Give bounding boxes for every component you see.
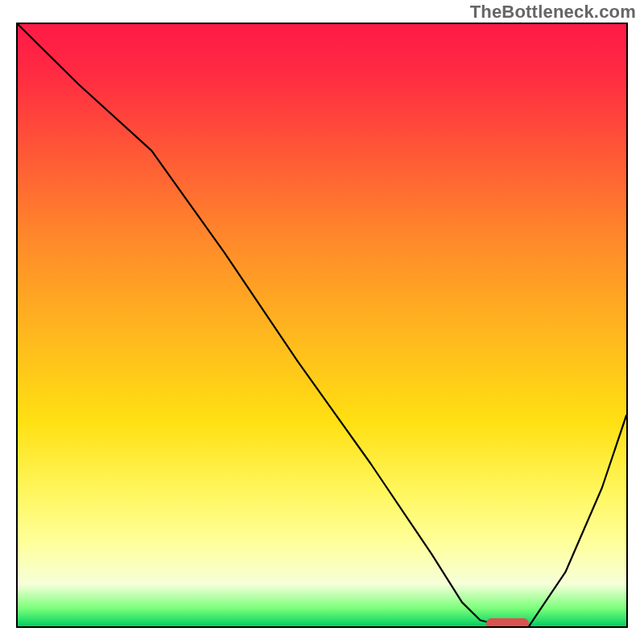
watermark-text: TheBottleneck.com xyxy=(470,2,636,23)
plot-area xyxy=(16,23,628,628)
curve-line xyxy=(18,24,626,626)
optimal-marker xyxy=(486,618,529,629)
chart-frame: TheBottleneck.com xyxy=(0,0,644,644)
